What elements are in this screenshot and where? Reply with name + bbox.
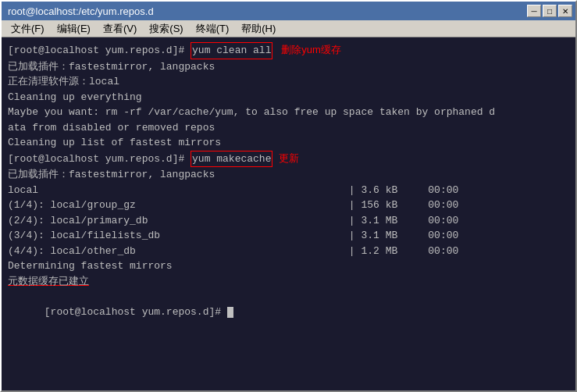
terminal-line-5: Maybe you want: rm -rf /var/cache/yum, t… <box>8 105 569 120</box>
terminal-line-10: local | 3.6 kB 00:00 <box>8 183 569 198</box>
terminal-cursor <box>227 307 233 318</box>
terminal-line-6: ata from disabled or removed repos <box>8 120 569 136</box>
annotation-delete-cache: 删除yum缓存 <box>272 42 340 58</box>
menu-view[interactable]: 查看(V) <box>97 20 143 37</box>
terminal-line-14: (4/4): local/other_db | 1.2 MB 00:00 <box>8 244 569 259</box>
menu-file[interactable]: 文件(F) <box>5 20 51 37</box>
terminal-line-16: 元数据缓存已建立 <box>8 274 569 290</box>
terminal-line-1: [root@localhost yum.repos.d]# yum clean … <box>8 42 569 59</box>
terminal-line-4: Cleaning up everything <box>8 90 569 105</box>
close-button[interactable]: ✕ <box>558 5 572 17</box>
terminal-line-9: 已加载插件：fastestmirror, langpacks <box>8 167 569 183</box>
maximize-button[interactable]: □ <box>543 5 557 17</box>
terminal-window: root@localhost:/etc/yum.repos.d ─ □ ✕ 文件… <box>0 0 577 392</box>
window-controls: ─ □ ✕ <box>527 5 572 17</box>
terminal-line-2: 已加载插件：fastestmirror, langpacks <box>8 59 569 75</box>
menu-help[interactable]: 帮助(H) <box>235 20 282 37</box>
terminal-line-11: (1/4): local/group_gz | 156 kB 00:00 <box>8 198 569 213</box>
cmd-makecache: yum makecache <box>191 151 272 168</box>
prompt-1: [root@localhost yum.repos.d]# <box>8 43 191 59</box>
menu-bar: 文件(F) 编辑(E) 查看(V) 搜索(S) 终端(T) 帮助(H) <box>2 20 575 37</box>
prompt-2: [root@localhost yum.repos.d]# <box>8 151 191 167</box>
terminal-line-3: 正在清理软件源：local <box>8 74 569 90</box>
title-bar: root@localhost:/etc/yum.repos.d ─ □ ✕ <box>2 2 575 20</box>
minimize-button[interactable]: ─ <box>527 5 541 17</box>
terminal-line-12: (2/4): local/primary_db | 3.1 MB 00:00 <box>8 213 569 229</box>
menu-edit[interactable]: 编辑(E) <box>51 20 97 37</box>
annotation-update: 更新 <box>272 151 298 166</box>
terminal-line-17: [root@localhost yum.repos.d]# <box>8 289 569 335</box>
window-title: root@localhost:/etc/yum.repos.d <box>8 5 154 17</box>
menu-search[interactable]: 搜索(S) <box>143 20 189 37</box>
terminal-line-8: [root@localhost yum.repos.d]# yum makeca… <box>8 151 569 168</box>
terminal-line-13: (3/4): local/filelists_db | 3.1 MB 00:00 <box>8 228 569 244</box>
terminal-body[interactable]: [root@localhost yum.repos.d]# yum clean … <box>2 37 575 390</box>
terminal-line-15: Determining fastest mirrors <box>8 258 569 274</box>
terminal-line-7: Cleaning up list of fastest mirrors <box>8 135 569 151</box>
cmd-clean-all: yum clean all <box>191 42 272 59</box>
prompt-3: [root@localhost yum.repos.d]# <box>45 306 227 318</box>
menu-terminal[interactable]: 终端(T) <box>190 20 236 37</box>
